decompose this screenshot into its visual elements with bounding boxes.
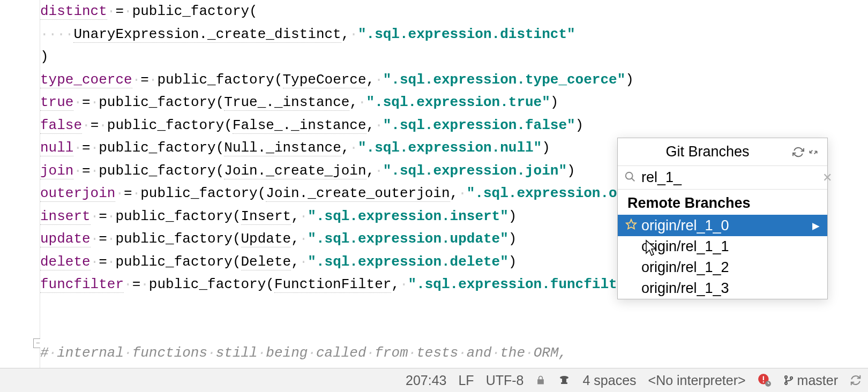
inspector-icon[interactable] <box>558 374 571 387</box>
svg-rect-5 <box>561 382 567 384</box>
branch-list: origin/rel_1_0▸origin/rel_1_1origin/rel_… <box>618 215 827 299</box>
svg-point-10 <box>785 376 787 378</box>
git-branch-status[interactable]: master <box>783 373 838 388</box>
star-icon <box>625 217 638 234</box>
branch-label: origin/rel_1_2 <box>641 259 820 276</box>
git-branches-popup: Git Branches ✕ Remote Branches origin/re… <box>617 138 828 299</box>
code-line: ) <box>40 46 868 69</box>
code-line: #·internal·functions·still·being·called·… <box>40 342 868 365</box>
code-line: true·=·public_factory(True_._instance,·"… <box>40 91 868 114</box>
svg-rect-8 <box>762 381 764 382</box>
submenu-arrow-icon: ▸ <box>812 217 820 234</box>
branch-item-origin-rel_1_0[interactable]: origin/rel_1_0▸ <box>618 215 827 236</box>
svg-line-1 <box>632 178 635 181</box>
file-encoding[interactable]: UTF-8 <box>486 373 524 388</box>
branch-item-origin-rel_1_1[interactable]: origin/rel_1_1 <box>618 236 827 257</box>
line-separator[interactable]: LF <box>458 373 474 388</box>
svg-point-0 <box>626 172 633 179</box>
editor-gutter <box>0 0 40 368</box>
clear-search-icon[interactable]: ✕ <box>822 171 832 185</box>
svg-point-9 <box>765 381 771 387</box>
branch-label: origin/rel_1_1 <box>641 238 820 255</box>
branch-label: origin/rel_1_0 <box>641 217 809 234</box>
branch-item-origin-rel_1_3[interactable]: origin/rel_1_3 <box>618 278 827 299</box>
search-icon <box>624 171 636 185</box>
readonly-lock-icon[interactable] <box>535 375 546 386</box>
svg-rect-7 <box>762 376 764 380</box>
refresh-icon[interactable] <box>791 145 806 160</box>
branch-search-input[interactable] <box>641 169 822 186</box>
cursor-position[interactable]: 207:43 <box>406 373 446 388</box>
popup-search-row: ✕ <box>618 166 827 190</box>
popup-header: Git Branches <box>618 138 827 166</box>
svg-point-12 <box>790 377 792 379</box>
svg-rect-4 <box>562 379 566 382</box>
collapse-icon[interactable] <box>806 145 821 160</box>
indent-setting[interactable]: 4 spaces <box>582 373 636 388</box>
branch-item-origin-rel_1_2[interactable]: origin/rel_1_2 <box>618 257 827 278</box>
code-line: type_coerce·=·public_factory(TypeCoerce,… <box>40 69 868 92</box>
remote-branches-header: Remote Branches <box>618 190 827 215</box>
status-bar: 207:43 LF UTF-8 4 spaces <No interpreter… <box>0 368 868 392</box>
sync-icon[interactable] <box>850 374 862 386</box>
python-interpreter[interactable]: <No interpreter> <box>648 373 746 388</box>
branch-label: origin/rel_1_3 <box>641 280 820 297</box>
code-line <box>40 319 868 342</box>
svg-marker-2 <box>626 219 636 228</box>
code-line: ····UnaryExpression._create_distinct,·".… <box>40 23 868 46</box>
popup-title: Git Branches <box>624 144 791 160</box>
svg-point-11 <box>785 382 787 385</box>
code-line: distinct·=·public_factory( <box>40 0 868 23</box>
code-line: false·=·public_factory(False_._instance,… <box>40 114 868 137</box>
problems-icon[interactable] <box>758 373 772 387</box>
branch-name-label: master <box>797 373 838 388</box>
